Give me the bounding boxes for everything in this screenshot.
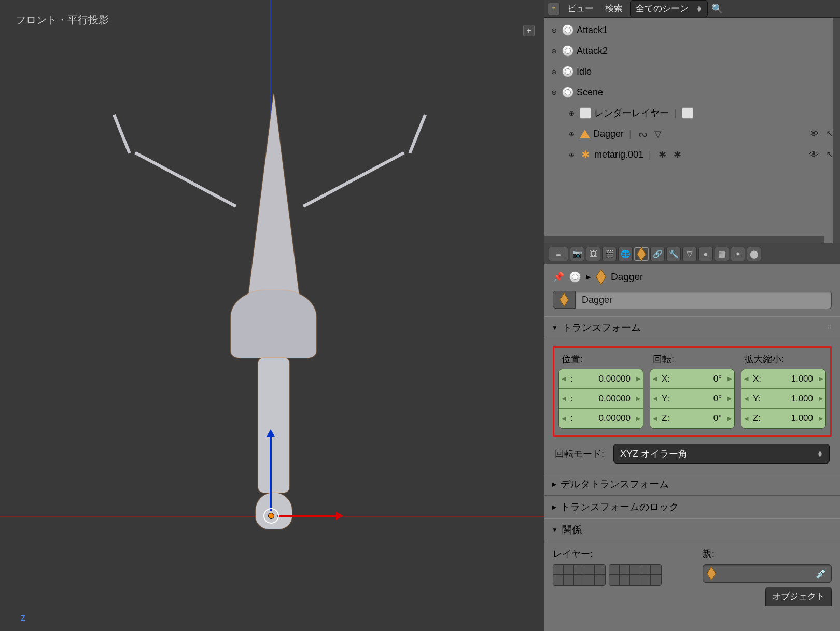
panel-relations-body: レイヤー: 親: [544,541,840,612]
scene-icon [562,66,573,77]
tree-render-layers[interactable]: ⊕ レンダーレイヤー | [544,103,840,123]
tab-modifiers[interactable]: 🔧 [666,247,681,261]
object-icon[interactable] [553,291,576,309]
disclosure-open-icon: ▼ [552,526,558,534]
mesh-data-icon[interactable]: ▽ [652,128,664,139]
location-y-field[interactable]: ◀:0.00000▶ [559,389,643,409]
tree-scene-idle[interactable]: ⊕ Idle [544,61,840,82]
breadcrumb-arrow: ▸ [586,271,591,283]
visibility-icon[interactable]: 👁 [807,129,821,139]
tree-label: Dagger [593,129,624,139]
rotation-label: 回転: [650,353,735,366]
outliner-h-scrollbar[interactable] [544,236,824,243]
tree-object-metarig[interactable]: ⊕ ✱ metarig.001 | ✱ ✱ 👁 ↖ [544,144,840,165]
editor-type-icon[interactable]: ≡ [548,3,560,15]
panel-lock-header[interactable]: ▶ トランスフォームのロック [544,496,840,518]
object-icon [707,566,716,580]
object-name-input[interactable]: Dagger [576,291,832,309]
tab-particles[interactable]: ✦ [731,247,745,261]
scale-label: 拡大縮小: [741,353,826,366]
rotation-x-field[interactable]: ◀X:0°▶ [650,369,734,389]
visibility-icon[interactable]: 👁 [807,149,821,160]
modifier-icon[interactable]: ᔓ [637,128,649,139]
render-layers-icon [580,107,591,119]
outliner-v-scrollbar[interactable] [833,18,840,243]
tree-object-dagger[interactable]: ⊕ Dagger | ᔓ ▽ 👁 ↖ [544,123,840,144]
tab-scene[interactable]: 🎬 [602,247,617,261]
outliner-filter-dropdown[interactable]: 全てのシーン ▲▼ [630,0,708,17]
breadcrumb-object[interactable]: Dagger [611,271,643,283]
object-name-field[interactable]: Dagger [553,291,832,309]
tree-scene-attack1[interactable]: ⊕ Attack1 [544,20,840,40]
render-layers-icon [682,107,693,119]
tab-physics[interactable]: ⬤ [747,247,761,261]
gizmo-arrow-z[interactable] [270,436,272,511]
tab-object[interactable] [634,247,649,261]
expand-icon[interactable]: ⊕ [549,47,559,55]
panel-grip-icon[interactable]: ⠿ [827,324,833,331]
pose-icon[interactable]: ✱ [671,149,683,160]
rotation-y-field[interactable]: ◀Y:0°▶ [650,389,734,409]
outliner-header: ≡ ビュー 検索 全てのシーン ▲▼ 🔍 [544,0,840,18]
tab-world[interactable]: 🌐 [618,247,633,261]
layer-label: レイヤー: [553,548,682,560]
tab-texture[interactable]: ▦ [715,247,729,261]
tree-scene-attack2[interactable]: ⊕ Attack2 [544,40,840,61]
tab-render-layers[interactable]: 🖼 [586,247,600,261]
editor-type-icon[interactable]: ≡ [549,247,568,261]
parent-field[interactable]: 💉 [703,564,832,583]
tab-data[interactable]: ▽ [682,247,697,261]
armature-icon: ✱ [580,149,591,160]
rotation-mode-dropdown[interactable]: XYZ オイラー角 ▲▼ [613,444,830,464]
dropdown-arrows-icon: ▲▼ [696,5,702,12]
disclosure-open-icon: ▼ [552,324,558,331]
object-icon [596,269,606,285]
location-x-field[interactable]: ◀:0.00000▶ [559,369,643,389]
tree-label: Idle [577,66,592,77]
disclosure-closed-icon: ▶ [552,481,556,488]
panel-title: トランスフォーム [562,321,641,334]
parent-label: 親: [703,548,832,560]
rotation-mode-row: 回転モード: XYZ オイラー角 ▲▼ [553,444,832,464]
tab-material[interactable]: ● [698,247,713,261]
properties-tabs: ≡ 📷 🖼 🎬 🌐 🔗 🔧 ▽ ● ▦ ✦ ⬤ [544,244,840,264]
parent-type-dropdown[interactable]: オブジェクト [765,587,832,606]
gizmo-arrow-x[interactable] [277,515,337,517]
tab-constraints[interactable]: 🔗 [650,247,665,261]
expand-icon[interactable]: ⊕ [549,26,559,34]
outliner-view-menu[interactable]: ビュー [563,3,598,15]
eyedropper-icon[interactable]: 💉 [816,568,827,579]
tree-label: Attack2 [577,46,608,57]
panel-title: トランスフォームのロック [561,500,679,514]
scale-y-field[interactable]: ◀Y:1.000▶ [741,389,825,409]
disclosure-closed-icon: ▶ [552,503,556,511]
3d-viewport[interactable]: フロント・平行投影 + z [0,0,544,631]
armature-data-icon[interactable]: ✱ [656,149,668,160]
gizmo-origin[interactable] [263,508,279,524]
viewport-add-button[interactable]: + [523,25,535,36]
model-dagger[interactable] [228,93,319,550]
search-icon[interactable]: 🔍 [711,3,723,15]
divider: | [672,108,679,119]
location-z-field[interactable]: ◀:0.00000▶ [559,409,643,428]
expand-icon[interactable]: ⊕ [549,68,559,76]
properties-panel: ≡ 📷 🖼 🎬 🌐 🔗 🔧 ▽ ● ▦ ✦ ⬤ 📌 ▸ Dagger Dagge… [544,244,840,631]
panel-delta-header[interactable]: ▶ デルタトランスフォーム [544,473,840,496]
scale-z-field[interactable]: ◀Z:1.000▶ [741,409,825,428]
panel-transform-header[interactable]: ▼ トランスフォーム ⠿ [544,316,840,339]
expand-icon[interactable]: ⊕ [566,151,577,159]
panel-relations-header[interactable]: ▼ 関係 [544,518,840,541]
collapse-icon[interactable]: ⊖ [549,89,559,96]
layer-buttons[interactable] [553,564,682,586]
tree-label: metarig.001 [594,149,643,160]
outliner-filter-value: 全てのシーン [636,3,689,15]
outliner-search-menu[interactable]: 検索 [601,3,627,15]
scale-x-field[interactable]: ◀X:1.000▶ [741,369,825,389]
tree-scene-scene[interactable]: ⊖ Scene [544,82,840,103]
expand-icon[interactable]: ⊕ [566,130,577,138]
expand-icon[interactable]: ⊕ [566,109,577,117]
rotation-z-field[interactable]: ◀Z:0°▶ [650,409,734,428]
scene-icon [562,45,573,57]
pin-icon[interactable]: 📌 [553,271,564,283]
tab-render[interactable]: 📷 [570,247,584,261]
